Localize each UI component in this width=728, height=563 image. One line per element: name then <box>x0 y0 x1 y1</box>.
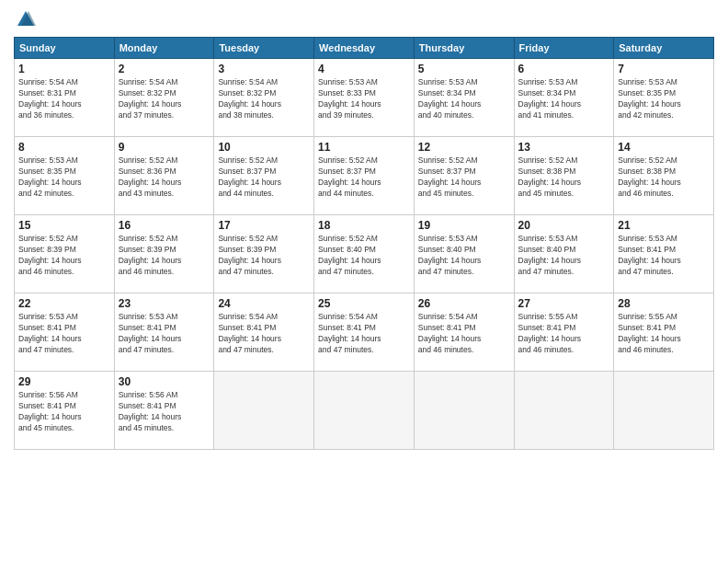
calendar-day-header: Tuesday <box>214 38 314 59</box>
day-info: Sunrise: 5:54 AMSunset: 8:41 PMDaylight:… <box>218 312 310 356</box>
calendar-cell: 28Sunrise: 5:55 AMSunset: 8:41 PMDayligh… <box>614 293 714 372</box>
calendar-cell: 25Sunrise: 5:54 AMSunset: 8:41 PMDayligh… <box>314 293 415 372</box>
logo-icon <box>16 9 36 29</box>
calendar-cell: 9Sunrise: 5:52 AMSunset: 8:36 PMDaylight… <box>114 137 214 215</box>
day-number: 24 <box>218 297 310 310</box>
calendar-day-header: Saturday <box>614 38 714 59</box>
day-info: Sunrise: 5:52 AMSunset: 8:37 PMDaylight:… <box>318 155 410 200</box>
day-number: 22 <box>18 297 110 310</box>
day-info: Sunrise: 5:52 AMSunset: 8:39 PMDaylight:… <box>218 234 310 278</box>
day-number: 16 <box>119 219 210 232</box>
day-number: 26 <box>418 297 510 310</box>
calendar-cell: 14Sunrise: 5:52 AMSunset: 8:38 PMDayligh… <box>614 137 714 215</box>
day-number: 27 <box>518 297 610 310</box>
day-info: Sunrise: 5:54 AMSunset: 8:31 PMDaylight:… <box>18 77 110 121</box>
day-info: Sunrise: 5:52 AMSunset: 8:37 PMDaylight:… <box>218 155 310 200</box>
calendar-cell: 4Sunrise: 5:53 AMSunset: 8:33 PMDaylight… <box>314 59 415 137</box>
day-info: Sunrise: 5:54 AMSunset: 8:32 PMDaylight:… <box>119 77 210 121</box>
calendar-cell: 1Sunrise: 5:54 AMSunset: 8:31 PMDaylight… <box>15 59 115 137</box>
day-number: 1 <box>18 63 110 75</box>
day-number: 12 <box>418 141 510 154</box>
calendar-week-row: 22Sunrise: 5:53 AMSunset: 8:41 PMDayligh… <box>15 293 714 372</box>
day-number: 9 <box>119 141 210 154</box>
day-info: Sunrise: 5:55 AMSunset: 8:41 PMDaylight:… <box>618 312 710 356</box>
calendar-cell: 27Sunrise: 5:55 AMSunset: 8:41 PMDayligh… <box>514 293 614 372</box>
calendar-week-row: 15Sunrise: 5:52 AMSunset: 8:39 PMDayligh… <box>15 215 714 293</box>
calendar-cell: 7Sunrise: 5:53 AMSunset: 8:35 PMDaylight… <box>614 59 714 137</box>
day-number: 28 <box>618 297 710 310</box>
day-number: 14 <box>618 141 710 154</box>
calendar-cell: 10Sunrise: 5:52 AMSunset: 8:37 PMDayligh… <box>214 137 314 215</box>
calendar-day-header: Wednesday <box>314 38 415 59</box>
day-info: Sunrise: 5:54 AMSunset: 8:41 PMDaylight:… <box>318 312 410 356</box>
calendar-cell <box>414 372 514 450</box>
day-info: Sunrise: 5:53 AMSunset: 8:41 PMDaylight:… <box>119 312 210 356</box>
calendar-cell: 6Sunrise: 5:53 AMSunset: 8:34 PMDaylight… <box>514 59 614 137</box>
day-info: Sunrise: 5:53 AMSunset: 8:35 PMDaylight:… <box>18 155 110 200</box>
day-info: Sunrise: 5:55 AMSunset: 8:41 PMDaylight:… <box>518 312 610 356</box>
day-info: Sunrise: 5:52 AMSunset: 8:39 PMDaylight:… <box>119 234 210 278</box>
day-info: Sunrise: 5:53 AMSunset: 8:33 PMDaylight:… <box>318 77 410 121</box>
calendar-cell: 11Sunrise: 5:52 AMSunset: 8:37 PMDayligh… <box>314 137 415 215</box>
day-info: Sunrise: 5:52 AMSunset: 8:39 PMDaylight:… <box>18 234 110 278</box>
day-number: 3 <box>218 63 310 75</box>
day-number: 7 <box>618 63 710 75</box>
calendar-cell: 18Sunrise: 5:52 AMSunset: 8:40 PMDayligh… <box>314 215 415 293</box>
day-info: Sunrise: 5:56 AMSunset: 8:41 PMDaylight:… <box>18 390 110 434</box>
day-info: Sunrise: 5:52 AMSunset: 8:37 PMDaylight:… <box>418 155 510 200</box>
day-number: 2 <box>119 63 210 75</box>
day-number: 30 <box>119 375 210 388</box>
day-number: 17 <box>218 219 310 232</box>
calendar-cell: 21Sunrise: 5:53 AMSunset: 8:41 PMDayligh… <box>614 215 714 293</box>
day-number: 8 <box>18 141 110 154</box>
calendar-cell: 26Sunrise: 5:54 AMSunset: 8:41 PMDayligh… <box>414 293 514 372</box>
calendar-day-header: Friday <box>514 38 614 59</box>
day-number: 5 <box>418 63 510 75</box>
day-info: Sunrise: 5:53 AMSunset: 8:35 PMDaylight:… <box>618 77 710 121</box>
calendar-cell: 30Sunrise: 5:56 AMSunset: 8:41 PMDayligh… <box>114 372 214 450</box>
day-number: 15 <box>18 219 110 232</box>
calendar-cell: 16Sunrise: 5:52 AMSunset: 8:39 PMDayligh… <box>114 215 214 293</box>
calendar-cell: 29Sunrise: 5:56 AMSunset: 8:41 PMDayligh… <box>15 372 115 450</box>
calendar-cell: 20Sunrise: 5:53 AMSunset: 8:40 PMDayligh… <box>514 215 614 293</box>
calendar-week-row: 8Sunrise: 5:53 AMSunset: 8:35 PMDaylight… <box>15 137 714 215</box>
calendar-cell <box>614 372 714 450</box>
calendar-day-header: Monday <box>114 38 214 59</box>
calendar-day-header: Thursday <box>414 38 514 59</box>
day-number: 23 <box>119 297 210 310</box>
day-number: 6 <box>518 63 610 75</box>
day-number: 21 <box>618 219 710 232</box>
calendar-cell: 13Sunrise: 5:52 AMSunset: 8:38 PMDayligh… <box>514 137 614 215</box>
calendar-cell: 5Sunrise: 5:53 AMSunset: 8:34 PMDaylight… <box>414 59 514 137</box>
calendar-day-header: Sunday <box>15 38 115 59</box>
calendar-cell: 8Sunrise: 5:53 AMSunset: 8:35 PMDaylight… <box>15 137 115 215</box>
day-number: 25 <box>318 297 410 310</box>
calendar-cell: 2Sunrise: 5:54 AMSunset: 8:32 PMDaylight… <box>114 59 214 137</box>
day-info: Sunrise: 5:53 AMSunset: 8:34 PMDaylight:… <box>418 77 510 121</box>
day-info: Sunrise: 5:52 AMSunset: 8:40 PMDaylight:… <box>318 234 410 278</box>
day-info: Sunrise: 5:54 AMSunset: 8:41 PMDaylight:… <box>418 312 510 356</box>
calendar-cell: 22Sunrise: 5:53 AMSunset: 8:41 PMDayligh… <box>15 293 115 372</box>
calendar-cell: 3Sunrise: 5:54 AMSunset: 8:32 PMDaylight… <box>214 59 314 137</box>
header <box>14 9 714 29</box>
calendar-cell: 19Sunrise: 5:53 AMSunset: 8:40 PMDayligh… <box>414 215 514 293</box>
day-number: 19 <box>418 219 510 232</box>
calendar-cell: 23Sunrise: 5:53 AMSunset: 8:41 PMDayligh… <box>114 293 214 372</box>
calendar-cell: 24Sunrise: 5:54 AMSunset: 8:41 PMDayligh… <box>214 293 314 372</box>
day-info: Sunrise: 5:56 AMSunset: 8:41 PMDaylight:… <box>119 390 210 434</box>
day-number: 29 <box>18 375 110 388</box>
day-number: 20 <box>518 219 610 232</box>
day-info: Sunrise: 5:54 AMSunset: 8:32 PMDaylight:… <box>218 77 310 121</box>
calendar-cell <box>314 372 415 450</box>
calendar-week-row: 1Sunrise: 5:54 AMSunset: 8:31 PMDaylight… <box>15 59 714 137</box>
calendar-table: SundayMondayTuesdayWednesdayThursdayFrid… <box>14 37 714 450</box>
day-info: Sunrise: 5:53 AMSunset: 8:40 PMDaylight:… <box>518 234 610 278</box>
day-number: 18 <box>318 219 410 232</box>
calendar-cell <box>214 372 314 450</box>
day-number: 4 <box>318 63 410 75</box>
day-info: Sunrise: 5:52 AMSunset: 8:36 PMDaylight:… <box>119 155 210 200</box>
main-container: SundayMondayTuesdayWednesdayThursdayFrid… <box>0 0 728 563</box>
day-number: 10 <box>218 141 310 154</box>
logo <box>14 9 36 29</box>
calendar-cell: 12Sunrise: 5:52 AMSunset: 8:37 PMDayligh… <box>414 137 514 215</box>
